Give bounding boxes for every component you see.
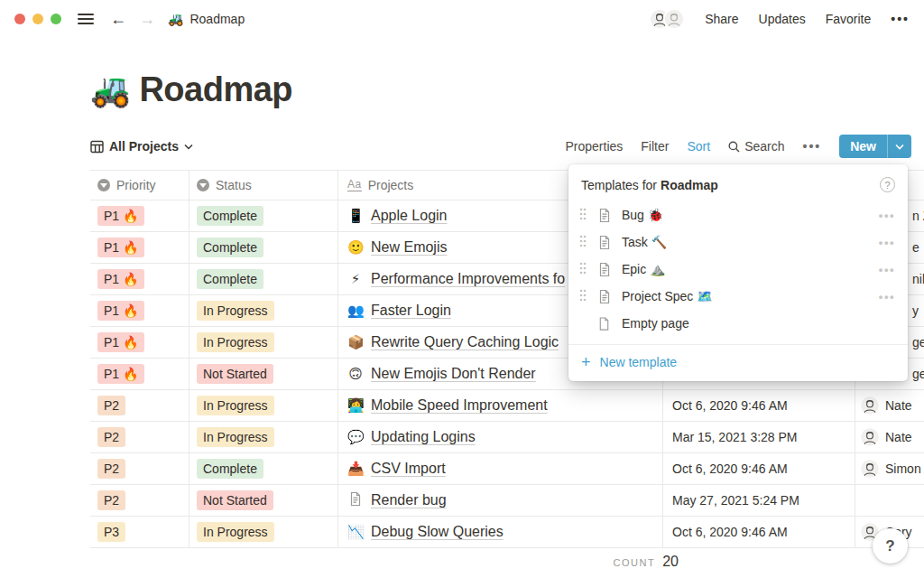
person-cell[interactable]: Nate bbox=[855, 390, 924, 421]
project-cell[interactable]: 📉 Debug Slow Queries bbox=[338, 517, 663, 547]
search-label: Search bbox=[744, 139, 784, 154]
view-more-icon[interactable]: ••• bbox=[802, 139, 821, 154]
priority-badge: P1 🔥 bbox=[97, 301, 144, 321]
new-dropdown-button[interactable] bbox=[887, 135, 911, 158]
project-title[interactable]: CSV Import bbox=[371, 461, 446, 477]
priority-badge: P2 bbox=[97, 459, 125, 479]
template-label: Project Spec 🗺️ bbox=[622, 289, 879, 303]
status-cell[interactable]: Not Started bbox=[189, 359, 338, 389]
date-cell[interactable]: Oct 6, 2020 9:46 AM bbox=[663, 390, 855, 421]
search-button[interactable]: Search bbox=[728, 139, 784, 154]
template-menu-item[interactable]: Empty page bbox=[568, 310, 908, 337]
sort-button[interactable]: Sort bbox=[687, 139, 710, 154]
status-cell[interactable]: Complete bbox=[189, 232, 338, 263]
zoom-window-button[interactable] bbox=[51, 14, 61, 24]
priority-badge: P2 bbox=[97, 427, 125, 447]
help-button[interactable]: ? bbox=[873, 528, 908, 564]
project-title[interactable]: New Emojis Don't Render bbox=[371, 366, 536, 382]
project-title[interactable]: New Emojis bbox=[371, 239, 447, 256]
column-header-priority[interactable]: Priority bbox=[90, 171, 189, 200]
priority-cell[interactable]: P3 bbox=[90, 517, 189, 547]
favorite-button[interactable]: Favorite bbox=[826, 12, 872, 26]
date-cell[interactable]: Oct 6, 2020 9:46 AM bbox=[663, 453, 855, 484]
status-cell[interactable]: Complete bbox=[189, 453, 338, 484]
project-cell[interactable]: 👩‍💻 Mobile Speed Improvement bbox=[338, 390, 663, 421]
table-row[interactable]: P2 Complete 📥 CSV Import Oct 6, 2020 9:4… bbox=[90, 453, 924, 485]
collaborator-avatars[interactable] bbox=[649, 8, 685, 30]
template-more-icon[interactable]: ••• bbox=[879, 209, 895, 222]
date-cell[interactable]: Mar 15, 2021 3:28 PM bbox=[663, 422, 855, 452]
table-row[interactable]: P2 In Progress 💬 Updating Logins Mar 15,… bbox=[90, 422, 924, 453]
status-cell[interactable]: Complete bbox=[189, 200, 338, 231]
sidebar-toggle-icon[interactable] bbox=[78, 14, 94, 24]
new-button[interactable]: New bbox=[839, 135, 887, 158]
status-cell[interactable]: In Progress bbox=[189, 517, 338, 547]
templates-dropdown-header: Templates for Roadmap ? bbox=[568, 170, 908, 201]
project-title[interactable]: Mobile Speed Improvement bbox=[371, 397, 548, 414]
template-more-icon[interactable]: ••• bbox=[879, 236, 895, 249]
more-options-icon[interactable]: ••• bbox=[891, 12, 910, 26]
template-menu-item[interactable]: Project Spec 🗺️ ••• bbox=[568, 283, 908, 310]
updates-button[interactable]: Updates bbox=[759, 12, 806, 26]
table-row[interactable]: P3 In Progress 📉 Debug Slow Queries Oct … bbox=[90, 517, 924, 548]
drag-handle-icon[interactable] bbox=[579, 262, 592, 277]
status-cell[interactable]: In Progress bbox=[189, 295, 338, 326]
back-button[interactable]: ← bbox=[110, 11, 126, 27]
project-title[interactable]: Updating Logins bbox=[371, 429, 476, 445]
project-cell[interactable]: Render bug bbox=[338, 485, 663, 516]
priority-cell[interactable]: P2 bbox=[90, 390, 189, 421]
table-row[interactable]: P2 Not Started Render bug May 27, 2021 5… bbox=[90, 485, 924, 517]
drag-handle-icon[interactable] bbox=[579, 235, 592, 250]
template-more-icon[interactable]: ••• bbox=[879, 290, 895, 303]
priority-cell[interactable]: P1 🔥 bbox=[90, 264, 189, 294]
view-selector[interactable]: All Projects bbox=[90, 139, 193, 154]
date-cell[interactable]: May 27, 2021 5:24 PM bbox=[663, 485, 855, 516]
column-header-status[interactable]: Status bbox=[189, 171, 338, 200]
status-badge: Complete bbox=[197, 269, 263, 289]
status-cell[interactable]: Not Started bbox=[189, 485, 338, 516]
share-button[interactable]: Share bbox=[705, 12, 738, 26]
status-cell[interactable]: In Progress bbox=[189, 390, 338, 421]
priority-cell[interactable]: P2 bbox=[90, 422, 189, 452]
page-emoji-icon[interactable]: 🚜 bbox=[90, 71, 130, 109]
person-cell[interactable]: Nate bbox=[855, 422, 924, 452]
priority-cell[interactable]: P1 🔥 bbox=[90, 327, 189, 358]
filter-button[interactable]: Filter bbox=[641, 139, 669, 154]
priority-cell[interactable]: P2 bbox=[90, 453, 189, 484]
templates-help-icon[interactable]: ? bbox=[880, 177, 895, 192]
drag-handle-icon[interactable] bbox=[579, 289, 592, 304]
forward-button[interactable]: → bbox=[139, 11, 155, 27]
template-more-icon[interactable]: ••• bbox=[879, 263, 895, 276]
table-row[interactable]: P2 In Progress 👩‍💻 Mobile Speed Improvem… bbox=[90, 390, 924, 422]
properties-button[interactable]: Properties bbox=[566, 139, 624, 154]
drag-handle-icon[interactable] bbox=[579, 208, 592, 223]
project-cell[interactable]: 💬 Updating Logins bbox=[338, 422, 663, 452]
window-controls bbox=[14, 14, 61, 24]
project-title[interactable]: Apple Login bbox=[371, 208, 448, 224]
template-menu-item[interactable]: Epic ⛰️ ••• bbox=[568, 256, 908, 283]
date-cell[interactable]: Oct 6, 2020 9:46 AM bbox=[663, 517, 855, 547]
breadcrumb[interactable]: 🚜 Roadmap bbox=[168, 12, 245, 26]
priority-cell[interactable]: P1 🔥 bbox=[90, 232, 189, 263]
minimize-window-button[interactable] bbox=[32, 14, 43, 24]
status-cell[interactable]: In Progress bbox=[189, 422, 338, 452]
person-cell[interactable]: Simon bbox=[855, 453, 924, 484]
person-cell[interactable] bbox=[855, 485, 924, 516]
project-title[interactable]: Debug Slow Queries bbox=[371, 524, 504, 540]
status-cell[interactable]: Complete bbox=[189, 264, 338, 294]
priority-cell[interactable]: P1 🔥 bbox=[90, 200, 189, 231]
project-title[interactable]: Faster Login bbox=[371, 303, 451, 319]
template-menu-item[interactable]: Task 🔨 ••• bbox=[568, 228, 908, 256]
project-title[interactable]: Rewrite Query Caching Logic bbox=[371, 334, 559, 350]
status-cell[interactable]: In Progress bbox=[189, 327, 338, 358]
priority-cell[interactable]: P1 🔥 bbox=[90, 359, 189, 389]
new-template-button[interactable]: + New template bbox=[568, 345, 908, 374]
priority-cell[interactable]: P1 🔥 bbox=[90, 295, 189, 326]
close-window-button[interactable] bbox=[14, 14, 25, 24]
priority-cell[interactable]: P2 bbox=[90, 485, 189, 516]
topbar-actions: Share Updates Favorite ••• bbox=[649, 8, 910, 30]
template-menu-item[interactable]: Bug 🐞 ••• bbox=[568, 201, 908, 228]
project-cell[interactable]: 📥 CSV Import bbox=[338, 453, 663, 484]
project-title[interactable]: Performance Improvements fo bbox=[371, 271, 565, 287]
project-title[interactable]: Render bug bbox=[371, 492, 447, 508]
